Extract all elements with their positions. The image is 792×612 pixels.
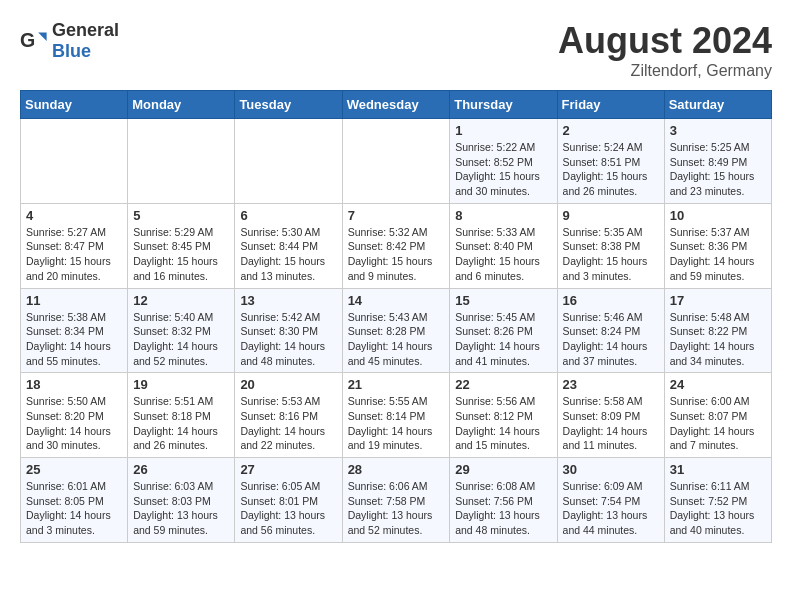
day-info: Sunrise: 5:56 AMSunset: 8:12 PMDaylight:…: [455, 394, 551, 453]
calendar-body: 1Sunrise: 5:22 AMSunset: 8:52 PMDaylight…: [21, 119, 772, 543]
day-info: Sunrise: 5:25 AMSunset: 8:49 PMDaylight:…: [670, 140, 766, 199]
day-number: 15: [455, 293, 551, 308]
day-info: Sunrise: 6:05 AMSunset: 8:01 PMDaylight:…: [240, 479, 336, 538]
day-number: 6: [240, 208, 336, 223]
weekday-header-tuesday: Tuesday: [235, 91, 342, 119]
calendar-cell: 16Sunrise: 5:46 AMSunset: 8:24 PMDayligh…: [557, 288, 664, 373]
day-number: 22: [455, 377, 551, 392]
day-number: 5: [133, 208, 229, 223]
calendar-cell: 2Sunrise: 5:24 AMSunset: 8:51 PMDaylight…: [557, 119, 664, 204]
calendar-week-row: 11Sunrise: 5:38 AMSunset: 8:34 PMDayligh…: [21, 288, 772, 373]
calendar-cell: [21, 119, 128, 204]
day-number: 17: [670, 293, 766, 308]
general-blue-logo-icon: G: [20, 27, 48, 55]
weekday-header-saturday: Saturday: [664, 91, 771, 119]
calendar-cell: [128, 119, 235, 204]
calendar-cell: 22Sunrise: 5:56 AMSunset: 8:12 PMDayligh…: [450, 373, 557, 458]
day-number: 18: [26, 377, 122, 392]
day-info: Sunrise: 5:37 AMSunset: 8:36 PMDaylight:…: [670, 225, 766, 284]
calendar-cell: 29Sunrise: 6:08 AMSunset: 7:56 PMDayligh…: [450, 458, 557, 543]
calendar-cell: 10Sunrise: 5:37 AMSunset: 8:36 PMDayligh…: [664, 203, 771, 288]
calendar-week-row: 25Sunrise: 6:01 AMSunset: 8:05 PMDayligh…: [21, 458, 772, 543]
day-info: Sunrise: 6:06 AMSunset: 7:58 PMDaylight:…: [348, 479, 445, 538]
calendar-cell: 9Sunrise: 5:35 AMSunset: 8:38 PMDaylight…: [557, 203, 664, 288]
weekday-header-thursday: Thursday: [450, 91, 557, 119]
calendar-cell: 20Sunrise: 5:53 AMSunset: 8:16 PMDayligh…: [235, 373, 342, 458]
day-info: Sunrise: 6:03 AMSunset: 8:03 PMDaylight:…: [133, 479, 229, 538]
day-info: Sunrise: 5:32 AMSunset: 8:42 PMDaylight:…: [348, 225, 445, 284]
day-info: Sunrise: 5:38 AMSunset: 8:34 PMDaylight:…: [26, 310, 122, 369]
calendar-cell: 13Sunrise: 5:42 AMSunset: 8:30 PMDayligh…: [235, 288, 342, 373]
calendar-cell: 1Sunrise: 5:22 AMSunset: 8:52 PMDaylight…: [450, 119, 557, 204]
calendar-cell: 23Sunrise: 5:58 AMSunset: 8:09 PMDayligh…: [557, 373, 664, 458]
day-number: 24: [670, 377, 766, 392]
day-info: Sunrise: 5:55 AMSunset: 8:14 PMDaylight:…: [348, 394, 445, 453]
page-header: G General Blue August 2024 Ziltendorf, G…: [20, 20, 772, 80]
day-info: Sunrise: 5:30 AMSunset: 8:44 PMDaylight:…: [240, 225, 336, 284]
day-info: Sunrise: 5:33 AMSunset: 8:40 PMDaylight:…: [455, 225, 551, 284]
calendar-cell: 3Sunrise: 5:25 AMSunset: 8:49 PMDaylight…: [664, 119, 771, 204]
day-number: 9: [563, 208, 659, 223]
day-number: 31: [670, 462, 766, 477]
day-info: Sunrise: 5:40 AMSunset: 8:32 PMDaylight:…: [133, 310, 229, 369]
day-number: 25: [26, 462, 122, 477]
day-info: Sunrise: 5:51 AMSunset: 8:18 PMDaylight:…: [133, 394, 229, 453]
day-number: 12: [133, 293, 229, 308]
day-number: 30: [563, 462, 659, 477]
day-info: Sunrise: 6:00 AMSunset: 8:07 PMDaylight:…: [670, 394, 766, 453]
weekday-header-wednesday: Wednesday: [342, 91, 450, 119]
calendar-week-row: 1Sunrise: 5:22 AMSunset: 8:52 PMDaylight…: [21, 119, 772, 204]
calendar-cell: 18Sunrise: 5:50 AMSunset: 8:20 PMDayligh…: [21, 373, 128, 458]
day-number: 3: [670, 123, 766, 138]
calendar-cell: 30Sunrise: 6:09 AMSunset: 7:54 PMDayligh…: [557, 458, 664, 543]
location-subtitle: Ziltendorf, Germany: [558, 62, 772, 80]
logo-general-text: General: [52, 20, 119, 40]
logo-blue-text: Blue: [52, 41, 91, 61]
calendar-cell: 8Sunrise: 5:33 AMSunset: 8:40 PMDaylight…: [450, 203, 557, 288]
day-number: 11: [26, 293, 122, 308]
day-info: Sunrise: 6:01 AMSunset: 8:05 PMDaylight:…: [26, 479, 122, 538]
day-info: Sunrise: 5:42 AMSunset: 8:30 PMDaylight:…: [240, 310, 336, 369]
weekday-header-row: SundayMondayTuesdayWednesdayThursdayFrid…: [21, 91, 772, 119]
logo: G General Blue: [20, 20, 119, 62]
day-number: 8: [455, 208, 551, 223]
calendar-cell: 21Sunrise: 5:55 AMSunset: 8:14 PMDayligh…: [342, 373, 450, 458]
day-number: 23: [563, 377, 659, 392]
day-info: Sunrise: 5:53 AMSunset: 8:16 PMDaylight:…: [240, 394, 336, 453]
day-number: 10: [670, 208, 766, 223]
day-number: 21: [348, 377, 445, 392]
svg-text:G: G: [20, 29, 35, 51]
day-info: Sunrise: 5:22 AMSunset: 8:52 PMDaylight:…: [455, 140, 551, 199]
day-info: Sunrise: 5:48 AMSunset: 8:22 PMDaylight:…: [670, 310, 766, 369]
day-number: 7: [348, 208, 445, 223]
calendar-cell: [235, 119, 342, 204]
day-number: 13: [240, 293, 336, 308]
calendar-cell: 7Sunrise: 5:32 AMSunset: 8:42 PMDaylight…: [342, 203, 450, 288]
day-number: 19: [133, 377, 229, 392]
calendar-cell: [342, 119, 450, 204]
calendar-cell: 6Sunrise: 5:30 AMSunset: 8:44 PMDaylight…: [235, 203, 342, 288]
day-number: 20: [240, 377, 336, 392]
day-info: Sunrise: 5:46 AMSunset: 8:24 PMDaylight:…: [563, 310, 659, 369]
day-number: 16: [563, 293, 659, 308]
day-number: 1: [455, 123, 551, 138]
day-info: Sunrise: 5:29 AMSunset: 8:45 PMDaylight:…: [133, 225, 229, 284]
calendar-cell: 15Sunrise: 5:45 AMSunset: 8:26 PMDayligh…: [450, 288, 557, 373]
weekday-header-monday: Monday: [128, 91, 235, 119]
day-info: Sunrise: 5:43 AMSunset: 8:28 PMDaylight:…: [348, 310, 445, 369]
calendar-cell: 11Sunrise: 5:38 AMSunset: 8:34 PMDayligh…: [21, 288, 128, 373]
calendar-week-row: 18Sunrise: 5:50 AMSunset: 8:20 PMDayligh…: [21, 373, 772, 458]
day-info: Sunrise: 6:09 AMSunset: 7:54 PMDaylight:…: [563, 479, 659, 538]
day-number: 14: [348, 293, 445, 308]
day-info: Sunrise: 5:24 AMSunset: 8:51 PMDaylight:…: [563, 140, 659, 199]
calendar-cell: 31Sunrise: 6:11 AMSunset: 7:52 PMDayligh…: [664, 458, 771, 543]
weekday-header-friday: Friday: [557, 91, 664, 119]
day-info: Sunrise: 5:50 AMSunset: 8:20 PMDaylight:…: [26, 394, 122, 453]
calendar-cell: 26Sunrise: 6:03 AMSunset: 8:03 PMDayligh…: [128, 458, 235, 543]
day-number: 26: [133, 462, 229, 477]
month-year-title: August 2024: [558, 20, 772, 62]
calendar-cell: 14Sunrise: 5:43 AMSunset: 8:28 PMDayligh…: [342, 288, 450, 373]
weekday-header-sunday: Sunday: [21, 91, 128, 119]
day-info: Sunrise: 5:58 AMSunset: 8:09 PMDaylight:…: [563, 394, 659, 453]
calendar-table: SundayMondayTuesdayWednesdayThursdayFrid…: [20, 90, 772, 543]
